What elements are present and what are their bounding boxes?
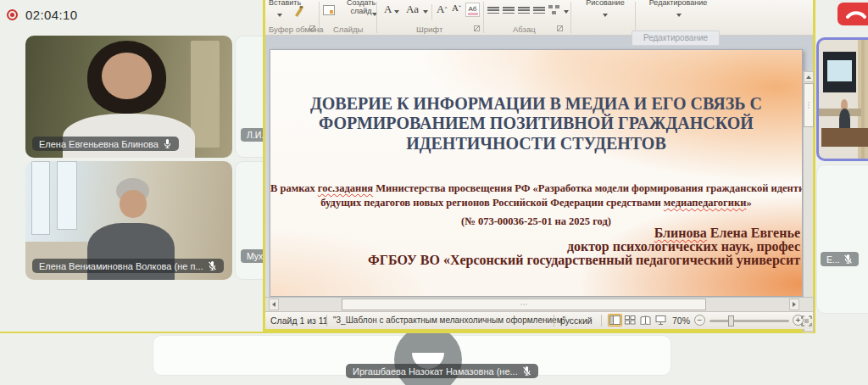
status-bar: Слайд 1 из 11 "3_Шаблон с абстрактным ме…	[265, 311, 813, 329]
desk	[821, 128, 868, 147]
font-color-button[interactable]: А	[384, 3, 392, 16]
scroll-up-button[interactable]	[804, 71, 814, 82]
grow-font-button[interactable]: Аˆ	[437, 3, 447, 16]
spellcheck-underline: медиапедагогики	[664, 197, 747, 209]
slide-counter: Слайд 1 из 11	[270, 315, 328, 326]
video-tile-classroom-active-speaker[interactable]	[816, 37, 868, 161]
video-tile-volkova[interactable]: Елена Вениаминовна Волкова (не п...	[25, 161, 232, 280]
vertical-scrollbar[interactable]	[803, 71, 813, 332]
language-indicator[interactable]: русский	[560, 315, 593, 326]
ribbon-separator	[376, 2, 377, 33]
ribbon-separator	[431, 4, 432, 20]
zoom-slider-thumb[interactable]	[728, 315, 734, 326]
font-group-label: Шрифт	[416, 25, 442, 34]
status-separator	[554, 315, 554, 326]
person-body	[839, 109, 850, 130]
author-line-3: ФГБОУ ВО «Херсонский государственный пед…	[280, 254, 800, 267]
powerpoint-window: Вставить Создать слайд А Аа Аˆ Аˇ Аб	[263, 0, 815, 332]
reading-view-icon	[640, 315, 651, 325]
align-center-button[interactable]	[503, 7, 515, 15]
status-separator	[601, 315, 602, 326]
slide[interactable]: ДОВЕРИЕ К ИНФОРМАЦИИ В МЕДИА И ЕГО СВЯЗЬ…	[270, 49, 803, 297]
video-tile-blinova[interactable]: Елена Евгеньевна Блинова	[25, 36, 232, 158]
scroll-left-button[interactable]	[269, 299, 279, 310]
drawing-caret[interactable]	[603, 14, 608, 17]
slide-sorter-view-button[interactable]	[623, 314, 637, 326]
change-case-caret[interactable]	[423, 10, 428, 14]
paragraph-group-label: Абзац	[513, 25, 536, 34]
screen-share-border	[0, 332, 815, 333]
font-dialog-launcher[interactable]	[474, 25, 480, 31]
spellcheck-underline: Блинова	[654, 226, 707, 240]
slide-author-block: Блинова Елена Евгенье доктор психологиче…	[280, 226, 800, 267]
participant-name-label: Елена Евгеньевна Блинова	[32, 137, 179, 151]
zoom-slider-track[interactable]	[709, 320, 789, 322]
normal-view-icon	[609, 315, 620, 325]
smartart-caret[interactable]	[564, 10, 569, 14]
slide-title: ДОВЕРИЕ К ИНФОРМАЦИИ В МЕДИА И ЕГО СВЯЗЬ…	[287, 94, 786, 153]
mic-muted-icon	[208, 260, 217, 271]
mic-muted-icon	[843, 254, 853, 265]
zoom-percentage: 70%	[672, 315, 690, 326]
reading-view-button[interactable]	[638, 314, 653, 326]
mic-on-icon	[163, 138, 172, 149]
clipboard-dialog-launcher[interactable]	[309, 25, 315, 31]
align-left-button[interactable]	[487, 7, 499, 15]
ribbon-separator	[570, 2, 571, 33]
ribbon: Вставить Создать слайд А Аа Аˆ Аˇ Аб	[265, 0, 813, 36]
status-separator	[326, 315, 327, 326]
horizontal-scroll-thumb[interactable]	[342, 299, 706, 310]
spellcheck-underline: гос.задания	[318, 182, 373, 194]
author-line-2: доктор психологических наук, профес	[280, 240, 800, 254]
editing-group-button[interactable]: Редактирование	[640, 0, 716, 7]
meeting-app-window: 02:04:10 Елена Евгеньевна Блинова Елена …	[0, 0, 868, 385]
slideshow-view-button[interactable]	[654, 314, 668, 326]
change-case-button[interactable]: Аа	[406, 3, 419, 16]
mic-muted-icon	[522, 365, 531, 377]
normal-view-button[interactable]	[608, 314, 622, 326]
slide-body-paragraph: В рамках гос.задания Министерства просве…	[270, 181, 802, 229]
paste-dropdown-caret[interactable]	[277, 14, 282, 17]
paragraph-dialog-launcher[interactable]	[557, 25, 563, 31]
justify-button[interactable]	[533, 7, 545, 15]
recording-timer: 02:04:10	[25, 8, 78, 22]
editing-mode-badge: Редактирование	[632, 31, 720, 46]
video-tile-e[interactable]: Е...	[816, 165, 868, 314]
window-2	[57, 161, 77, 230]
vertical-scroll-thumb[interactable]	[804, 83, 814, 127]
template-name: "3_Шаблон с абстрактным меланхоличным оф…	[333, 315, 565, 325]
participant-name-label: Е...	[821, 252, 859, 266]
person-face	[102, 53, 152, 99]
end-call-button[interactable]	[837, 3, 868, 25]
participant-name-label: Иргашбаева Назокат Намазовна (не...	[346, 364, 538, 378]
author-line-1: Блинова Елена Евгенье	[280, 226, 800, 240]
participant-name-label: Елена Вениаминовна Волкова (не п...	[32, 259, 224, 273]
body-line-2: будущих педагогов новых регионов Российс…	[270, 196, 802, 210]
font-color-caret[interactable]	[394, 10, 399, 14]
drawing-group-button[interactable]: Рисование	[579, 0, 632, 7]
recording-indicator: 02:04:10	[7, 8, 78, 22]
ribbon-separator	[483, 2, 484, 33]
window-1	[31, 161, 50, 235]
slide-canvas-area: ДОВЕРИЕ К ИНФОРМАЦИИ В МЕДИА И ЕГО СВЯЗЬ…	[265, 36, 813, 297]
slideshow-icon	[655, 315, 666, 325]
record-icon	[7, 9, 18, 20]
screen-glow	[827, 60, 852, 81]
ribbon-separator	[635, 2, 636, 33]
editing-caret[interactable]	[676, 14, 682, 17]
webcam-background	[191, 41, 220, 148]
align-right-button[interactable]	[518, 7, 530, 15]
slide-sorter-icon	[625, 315, 636, 325]
clear-formatting-button[interactable]: Аб	[465, 3, 480, 17]
body-line-1: В рамках гос.задания Министерства просве…	[270, 181, 802, 196]
hangup-phone-icon	[845, 8, 867, 20]
scroll-right-button[interactable]	[789, 299, 799, 310]
shrink-font-button[interactable]: Аˇ	[452, 3, 461, 13]
zoom-out-button[interactable]: −	[694, 315, 705, 326]
convert-to-smartart-button[interactable]	[548, 5, 560, 15]
fit-to-window-icon[interactable]	[801, 315, 812, 326]
new-slide-icon	[323, 5, 335, 15]
slides-group-label: Слайды	[333, 25, 363, 34]
format-painter-icon[interactable]	[292, 5, 305, 18]
horizontal-scrollbar[interactable]	[265, 297, 813, 311]
